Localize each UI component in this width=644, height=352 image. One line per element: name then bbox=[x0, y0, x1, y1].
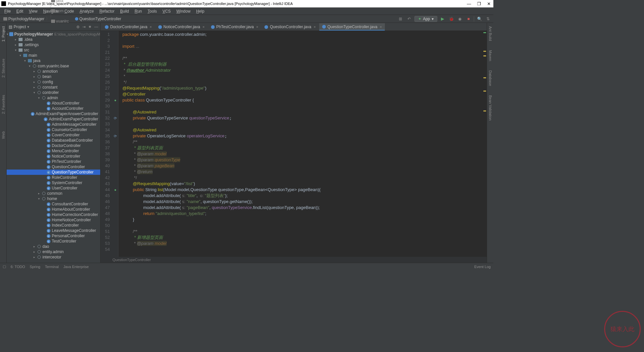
close-tab-icon[interactable]: × bbox=[380, 25, 382, 29]
maven-tab[interactable]: Maven bbox=[488, 48, 493, 63]
minimize-button[interactable]: — bbox=[467, 1, 471, 6]
menu-help[interactable]: Help bbox=[194, 8, 207, 14]
tree-item[interactable]: ▾main bbox=[7, 53, 100, 58]
tree-item[interactable]: cTestController bbox=[7, 239, 100, 244]
tree-item[interactable]: ▸.settings bbox=[7, 42, 100, 47]
tree-item[interactable]: cDatabaseBakController bbox=[7, 138, 100, 143]
locate-icon[interactable]: ⊕ bbox=[76, 25, 80, 29]
editor-tab[interactable]: QuestionController.java× bbox=[261, 23, 319, 31]
tree-item[interactable]: cQuestionTypeController bbox=[7, 170, 100, 175]
tree-item[interactable]: cCoverController bbox=[7, 132, 100, 138]
close-button[interactable]: ✕ bbox=[487, 1, 491, 6]
tree-item[interactable]: cLeaveMessageController bbox=[7, 228, 100, 233]
collapse-icon[interactable]: ⇥ bbox=[82, 25, 86, 29]
debug-button[interactable]: 🐞 bbox=[448, 16, 455, 22]
settings-icon[interactable]: ⇅ bbox=[485, 16, 491, 22]
ant-build-tab[interactable]: Ant Build bbox=[488, 24, 493, 43]
editor-tab[interactable]: DoctorController.java× bbox=[102, 23, 155, 31]
gutter-mark-icon[interactable]: ⟳ bbox=[112, 133, 118, 139]
tree-item[interactable]: cPhTestController bbox=[7, 159, 100, 164]
tree-item[interactable]: cUserController bbox=[7, 185, 100, 191]
tree-item[interactable]: ▸common bbox=[7, 191, 100, 196]
tree-item[interactable]: cRoleController bbox=[7, 175, 100, 180]
tree-item[interactable]: cQuestionController bbox=[7, 164, 100, 170]
menu-window[interactable]: Window bbox=[174, 8, 193, 14]
tree-item[interactable]: ▾home bbox=[7, 196, 100, 201]
gear-icon[interactable]: ✷ bbox=[88, 25, 92, 29]
tree-item[interactable]: ▸dao bbox=[7, 244, 100, 249]
gutter-mark-icon[interactable]: ● bbox=[112, 187, 118, 193]
web-tool-tab[interactable]: Web bbox=[1, 129, 6, 141]
editor-tab[interactable]: NoticeController.java× bbox=[155, 23, 208, 31]
nav-segment[interactable]: java bbox=[50, 0, 74, 3]
bottom-left-icon[interactable]: ▢ bbox=[3, 264, 6, 269]
tree-root[interactable]: ▾PsychologyManagerE:\idea_space\Psycholo… bbox=[7, 32, 100, 37]
tree-item[interactable]: cHomeNoticeController bbox=[7, 217, 100, 223]
tree-item[interactable]: ▸entity.admin bbox=[7, 249, 100, 254]
tree-item[interactable]: cAdminExamPaperAnswerController bbox=[7, 111, 100, 116]
project-tool-tab[interactable]: 1: Project bbox=[1, 24, 6, 43]
close-tab-icon[interactable]: × bbox=[314, 25, 316, 29]
tree-item[interactable]: ▸constant bbox=[7, 85, 100, 90]
tree-item[interactable]: cAdminExamPaperController bbox=[7, 116, 100, 122]
tree-item[interactable]: cDoctorController bbox=[7, 143, 100, 148]
menu-analyze[interactable]: Analyze bbox=[77, 8, 96, 14]
close-tab-icon[interactable]: × bbox=[256, 25, 258, 29]
menu-refactor[interactable]: Refactor bbox=[97, 8, 117, 14]
editor-breadcrumb[interactable]: QuestionTypeController bbox=[101, 257, 487, 263]
tree-item[interactable]: cAboutController bbox=[7, 101, 100, 106]
tree-item[interactable]: ▸bean bbox=[7, 74, 100, 79]
nav-segment[interactable]: com bbox=[50, 9, 74, 13]
terminal-tab[interactable]: Terminal bbox=[45, 265, 59, 269]
run-button[interactable]: ▶ bbox=[439, 16, 446, 22]
project-view-title[interactable]: Project bbox=[14, 25, 26, 29]
tree-item[interactable]: ▾com.yuanlrc.base bbox=[7, 63, 100, 69]
tree-item[interactable]: ▸.idea bbox=[7, 37, 100, 42]
menu-tools[interactable]: Tools bbox=[145, 8, 159, 14]
tree-item[interactable]: cAdminMessageController bbox=[7, 122, 100, 127]
menu-view[interactable]: View bbox=[27, 8, 40, 14]
nav-root[interactable]: PsychologyManager bbox=[2, 17, 46, 21]
nav-leaf[interactable]: QuestionTypeController bbox=[74, 17, 122, 21]
back-icon[interactable]: ↶ bbox=[406, 16, 412, 22]
tree-item[interactable]: cSystemController bbox=[7, 180, 100, 185]
spring-tab[interactable]: Spring bbox=[30, 265, 40, 269]
error-stripe[interactable] bbox=[483, 31, 487, 257]
code-area[interactable]: package com.yuanlrc.base.controller.admi… bbox=[118, 31, 483, 257]
project-tree[interactable]: ▾PsychologyManagerE:\idea_space\Psycholo… bbox=[7, 31, 100, 263]
tree-item[interactable]: cNoticeController bbox=[7, 154, 100, 159]
stop-button[interactable]: ■ bbox=[465, 16, 472, 22]
event-log-tab[interactable]: Event Log bbox=[474, 265, 491, 269]
gutter-mark-icon[interactable]: ⟳ bbox=[112, 115, 118, 121]
search-icon[interactable]: 🔍 bbox=[476, 16, 483, 22]
tree-item[interactable]: ▾src bbox=[7, 47, 100, 53]
todo-tab[interactable]: 6: TODO bbox=[11, 265, 25, 269]
editor-tab[interactable]: QuestionTypeController.java× bbox=[319, 23, 385, 31]
coverage-button[interactable]: ◉ bbox=[457, 16, 463, 22]
tree-item[interactable]: ▾controller bbox=[7, 90, 100, 95]
tree-item[interactable]: cIndexController bbox=[7, 223, 100, 228]
database-tab[interactable]: Database bbox=[488, 68, 493, 88]
tree-item[interactable]: cPersonalController bbox=[7, 233, 100, 239]
tree-item[interactable]: cHomeCorrectionController bbox=[7, 212, 100, 217]
gutter-mark-icon[interactable]: ● bbox=[112, 97, 118, 103]
menu-edit[interactable]: Edit bbox=[14, 8, 26, 14]
gutter-marks[interactable]: ●⟳⟳● bbox=[112, 31, 118, 257]
menu-run[interactable]: Run bbox=[132, 8, 144, 14]
tree-item[interactable]: ▸interceotor bbox=[7, 254, 100, 260]
menu-file[interactable]: File bbox=[2, 8, 13, 14]
tree-item[interactable]: ▾admin bbox=[7, 95, 100, 101]
tree-item[interactable]: cAccountController bbox=[7, 106, 100, 111]
tree-item[interactable]: cHomeAboutController bbox=[7, 207, 100, 212]
menu-vcs[interactable]: VCS bbox=[160, 8, 173, 14]
chevron-down-icon[interactable]: ▾ bbox=[27, 25, 29, 29]
bean-validation-tab[interactable]: Bean Validation bbox=[488, 93, 493, 122]
editor-tab[interactable]: PhTestController.java× bbox=[208, 23, 261, 31]
structure-tool-tab[interactable]: 2: Structure bbox=[1, 57, 6, 80]
tree-item[interactable]: ▸annotion bbox=[7, 69, 100, 74]
menu-build[interactable]: Build bbox=[118, 8, 131, 14]
layout-icon[interactable]: ⊞ bbox=[397, 16, 404, 22]
maximize-button[interactable]: ❐ bbox=[477, 1, 481, 6]
close-tab-icon[interactable]: × bbox=[150, 25, 152, 29]
hide-icon[interactable]: — bbox=[94, 25, 98, 29]
